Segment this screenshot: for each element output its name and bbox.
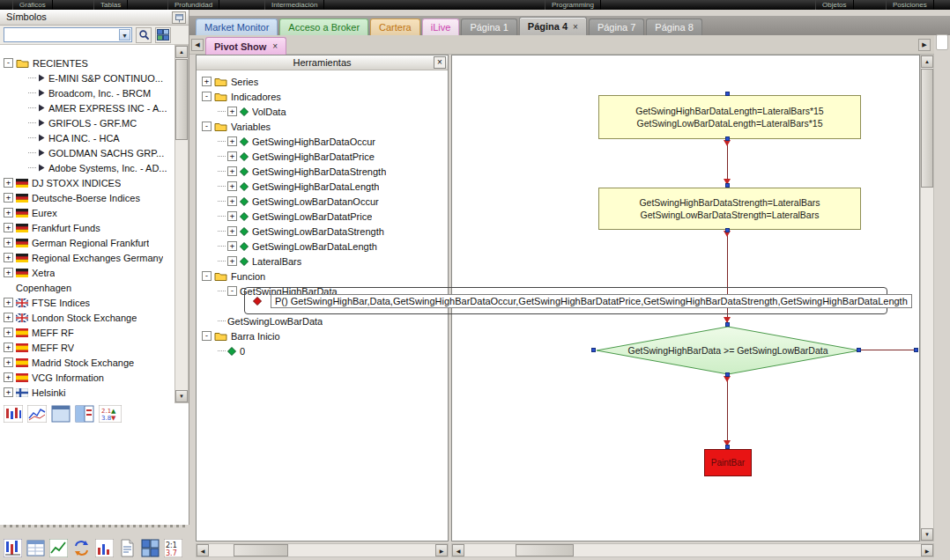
tools-tree-item-getswinglowbardatanoccur[interactable]: +GetSwingLowBarDatanOccur <box>197 194 448 209</box>
tools-tree-item-0[interactable]: 0 <box>197 343 448 358</box>
tools-hscrollbar[interactable]: ◀ ▶ <box>196 543 449 557</box>
tools-tree-item-variables[interactable]: -Variables <box>197 119 448 134</box>
symbol-tree-item-vcg-information[interactable]: +VCG Information <box>0 370 174 385</box>
symbol-tree-item-frankfurt-funds[interactable]: +Frankfurt Funds <box>0 220 174 235</box>
collapse-icon[interactable]: - <box>202 331 212 341</box>
tools-tree-item-getswinghighbardatalength[interactable]: +GetSwingHighBarDataLength <box>197 179 448 194</box>
tools-tree-item-voldata[interactable]: +VolData <box>197 104 448 119</box>
scrollbar-thumb[interactable] <box>516 544 574 556</box>
scroll-left-icon[interactable]: ◀ <box>452 544 464 556</box>
scrollbar-thumb[interactable] <box>175 59 188 140</box>
tab-p-gina-4[interactable]: Página 4× <box>519 17 587 35</box>
tools-tree-item-barra-inicio[interactable]: -Barra Inicio <box>197 328 448 343</box>
expand-icon[interactable]: + <box>227 107 237 116</box>
node-handle[interactable] <box>914 348 918 352</box>
node-handle[interactable] <box>725 372 730 377</box>
expand-icon[interactable]: + <box>227 241 237 251</box>
expand-icon[interactable]: + <box>202 77 212 86</box>
line-chart-type-icon[interactable] <box>27 405 47 423</box>
panel-type-icon[interactable] <box>51 405 71 423</box>
scrollbar-thumb[interactable] <box>234 544 288 556</box>
expand-icon[interactable]: + <box>4 253 13 262</box>
scroll-right-icon[interactable]: ▶ <box>921 544 933 556</box>
tab-acceso-a-broker[interactable]: Acceso a Broker <box>279 18 368 35</box>
symbol-tree-item-ftse-indices[interactable]: +FTSE Indices <box>0 295 174 310</box>
expand-icon[interactable]: + <box>4 372 13 382</box>
expand-icon[interactable]: + <box>4 208 13 217</box>
symbol-tree-item-german-regional-frankfurt[interactable]: +German Regional Frankfurt <box>0 235 174 250</box>
expand-icon[interactable]: + <box>4 313 13 322</box>
symbol-tree-item-adobe-systems-inc-ad[interactable]: Adobe Systems, Inc. - AD... <box>0 160 174 175</box>
menu-programming[interactable]: Programming <box>545 0 601 10</box>
expand-icon[interactable]: + <box>227 211 237 221</box>
tools-tree-item-funcion[interactable]: -Funcion <box>197 269 448 284</box>
symbol-tree-item-e-mini-s-p-continuo[interactable]: E-MINI S&P CONTINUO... <box>0 70 174 85</box>
expand-icon[interactable]: + <box>4 328 13 337</box>
collapse-icon[interactable]: - <box>202 122 212 131</box>
node-handle[interactable] <box>725 228 730 232</box>
menu-posiciones[interactable]: Posiciones <box>886 0 934 10</box>
tab-market-monitor[interactable]: Market Monitor <box>196 18 278 35</box>
symbol-tree-item-recientes[interactable]: -RECIENTES <box>0 55 174 70</box>
flow-node-paint[interactable]: PaintBar <box>704 449 752 476</box>
node-handle[interactable] <box>725 136 730 141</box>
expand-icon[interactable]: + <box>4 193 13 203</box>
symbol-tree-item-madrid-stock-exchange[interactable]: +Madrid Stock Exchange <box>0 355 174 370</box>
symbol-tree-item-broadcom-inc-brcm[interactable]: Broadcom, Inc. - BRCM <box>0 85 174 100</box>
subtab-scroll-left-icon[interactable]: ◀ <box>191 39 204 51</box>
node-handle[interactable] <box>725 183 730 188</box>
expand-icon[interactable]: + <box>227 151 237 161</box>
tools-tree-item-getswinghighbardataoccur[interactable]: +GetSwingHighBarDataOccur <box>197 134 448 149</box>
chevron-down-icon[interactable]: ▼ <box>119 29 130 41</box>
function-parameters-row[interactable]: P() GetSwingHighBar,Data,GetSwingHighBar… <box>244 287 887 314</box>
scroll-up-icon[interactable]: ▲ <box>921 55 933 68</box>
mosaic-view-icon[interactable] <box>155 27 171 43</box>
scroll-right-icon[interactable]: ▶ <box>435 544 448 556</box>
scroll-up-icon[interactable]: ▲ <box>175 46 188 58</box>
symbol-tree-item-meff-rv[interactable]: +MEFF RV <box>0 340 174 355</box>
expand-icon[interactable]: + <box>4 343 13 352</box>
report-page-icon[interactable] <box>117 538 137 557</box>
tools-tree-item-getswinglowbardatatprice[interactable]: +GetSwingLowBarDatatPrice <box>197 209 448 224</box>
tools-panel-header[interactable]: Herramientas × <box>197 55 448 70</box>
subtab-scroll-right-icon[interactable]: ▶ <box>918 39 931 51</box>
symbol-tree-item-hca-inc-hca[interactable]: HCA INC. - HCA <box>0 130 174 145</box>
tab-p-gina-8[interactable]: Página 8 <box>646 18 701 35</box>
menu-intermediaci-n[interactable]: Intermediación <box>264 0 324 10</box>
mosaic-grid-icon[interactable] <box>140 538 160 557</box>
symbol-search-input[interactable]: ▼ <box>4 27 132 42</box>
expand-icon[interactable]: + <box>4 298 13 307</box>
tab-ilive[interactable]: iLive <box>422 18 460 35</box>
tools-tree-item-indicadores[interactable]: -Indicadores <box>197 89 448 104</box>
expand-icon[interactable]: + <box>227 256 237 266</box>
quotes-table-icon[interactable] <box>26 538 45 557</box>
node-handle[interactable] <box>725 322 730 327</box>
flow-node-decision[interactable]: GetSwingHighBarData >= GetSwingLowBarDat… <box>596 326 860 375</box>
close-icon[interactable]: × <box>272 41 278 51</box>
flow-node-assign2[interactable]: GetSwingHighBarDataStrength=LateralBarsG… <box>598 188 861 230</box>
main-chart-icon[interactable] <box>3 538 22 557</box>
symbol-tree-item-dj-stoxx-indices[interactable]: +DJ STOXX INDICES <box>0 175 174 190</box>
trend-chart-icon[interactable] <box>48 538 68 557</box>
expand-icon[interactable]: + <box>4 238 13 247</box>
scroll-down-icon[interactable]: ▼ <box>175 390 188 402</box>
tools-tree-item-lateralbars[interactable]: +LateralBars <box>197 254 448 269</box>
node-handle[interactable] <box>857 348 861 352</box>
collapse-icon[interactable]: - <box>227 286 237 296</box>
expand-icon[interactable]: + <box>227 181 237 191</box>
menu-profundidad[interactable]: Profundidad <box>167 0 219 10</box>
symbol-tree-item-eurex[interactable]: +Eurex <box>0 205 174 220</box>
expand-icon[interactable]: + <box>4 268 13 277</box>
expand-icon[interactable]: + <box>4 223 13 232</box>
expand-icon[interactable]: + <box>227 196 237 206</box>
close-icon[interactable]: × <box>434 56 446 69</box>
tab-p-gina-7[interactable]: Página 7 <box>589 18 644 35</box>
symbol-tree-item-regional-exchanges-germany[interactable]: +Regional Exchanges Germany <box>0 250 174 265</box>
refresh-icon[interactable] <box>71 538 91 557</box>
menu-gr-ficos[interactable]: Gráficos <box>12 0 53 10</box>
symbol-tree-item-meff-rf[interactable]: +MEFF RF <box>0 325 174 340</box>
symbol-tree-item-copenhagen[interactable]: Copenhagen <box>0 280 174 295</box>
tools-tree-item-series[interactable]: +Series <box>197 74 448 89</box>
symbol-tree-item-amer-express-inc-a[interactable]: AMER EXPRESS INC - A... <box>0 100 174 115</box>
menu-tablas[interactable]: Tablas <box>93 0 128 10</box>
